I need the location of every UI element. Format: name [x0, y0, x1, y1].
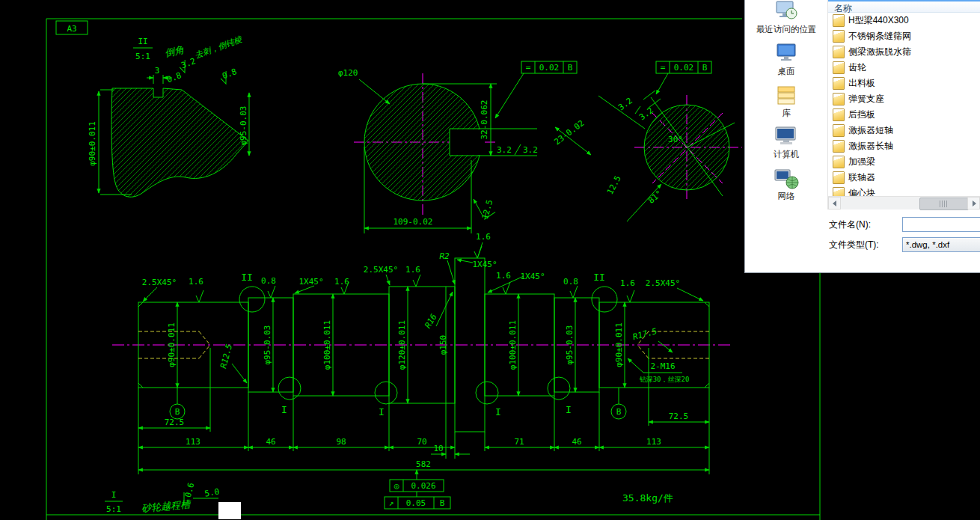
open-file-dialog: 最近访问的位置 桌面 库: [744, 0, 980, 273]
file-name: 激振器长轴: [848, 140, 893, 153]
dim-label: 46: [572, 437, 581, 447]
libraries-icon: [773, 85, 800, 107]
surface-roughness-label: 1.6: [496, 271, 511, 281]
diameter-label: φ120±0.011: [397, 320, 407, 370]
filetype-label: 文件类型(T):: [829, 239, 902, 251]
place-desktop[interactable]: 桌面: [745, 43, 827, 85]
filetype-value: *.dwg, *.dxf: [906, 240, 949, 249]
places-bar: 最近访问的位置 桌面 库: [745, 0, 827, 209]
file-list: 名称 H型梁440X300 不锈钢条缝筛网 侧梁激振脱水筛 齿轮 出料板 弹簧支…: [827, 0, 980, 209]
file-name: 激振器短轴: [848, 124, 893, 137]
file-item[interactable]: 弹簧支座: [828, 91, 980, 107]
dim-label: 10: [433, 444, 443, 453]
filetype-select[interactable]: *.dwg, *.dxf: [902, 237, 980, 252]
filename-input[interactable]: [902, 217, 980, 232]
place-recent[interactable]: 最近访问的位置: [745, 1, 827, 43]
place-network[interactable]: 网络: [745, 168, 827, 209]
diameter-label: φ95-0.03: [239, 106, 248, 146]
scrollbar-thumb[interactable]: [919, 198, 969, 210]
file-item[interactable]: H型梁440X300: [828, 13, 980, 28]
detail-scale: 5:1: [135, 52, 150, 61]
thread-label: 2-M16: [650, 361, 675, 371]
surface-roughness-label: 1.6: [334, 277, 349, 287]
datum-label: B: [616, 407, 622, 417]
dim-label: 113: [646, 437, 661, 447]
chamfer-label: 1X45°: [298, 277, 323, 287]
file-item[interactable]: 侧梁激振脱水筛: [828, 44, 980, 60]
file-item[interactable]: 激振器短轴: [828, 123, 980, 138]
file-item[interactable]: 后挡板: [828, 107, 980, 123]
column-header-name[interactable]: 名称: [828, 0, 980, 13]
gdt-datum: B: [440, 498, 445, 508]
dwg-file-icon: [833, 77, 845, 90]
gdt-symbol: ◎: [394, 481, 399, 491]
dim-label: 98: [336, 437, 346, 447]
dwg-file-icon: [833, 93, 845, 105]
diameter-label: φ90±0.011: [88, 121, 97, 166]
surface-roughness-label: 3.2: [523, 145, 538, 155]
dwg-file-icon: [833, 30, 845, 43]
diameter-label: φ150: [438, 335, 448, 355]
file-item[interactable]: 联轴器: [828, 170, 980, 186]
dim-label: 72.5: [669, 412, 689, 421]
place-label: 桌面: [778, 66, 795, 77]
file-item[interactable]: 齿轮: [828, 60, 980, 76]
gdt-symbol: =: [661, 63, 666, 73]
diameter-label: φ100±0.011: [508, 320, 518, 370]
dwg-file-icon: [833, 124, 845, 137]
file-item[interactable]: 激振器长轴: [828, 138, 980, 154]
diameter-label: φ95-0.03: [565, 325, 575, 365]
recent-places-icon: [773, 1, 800, 23]
surface-roughness-label: 1.6: [620, 278, 635, 288]
desktop-icon: [773, 43, 800, 65]
place-label: 库: [782, 108, 791, 119]
file-item[interactable]: 偏心块: [828, 186, 980, 197]
place-label: 计算机: [774, 149, 800, 160]
weight-note: 35.8kg/件: [622, 492, 673, 504]
dwg-file-icon: [833, 156, 845, 168]
angle-label: 30°: [668, 135, 683, 144]
file-name: H型梁440X300: [848, 14, 909, 27]
place-libraries[interactable]: 库: [745, 85, 827, 126]
place-computer[interactable]: 计算机: [745, 126, 827, 168]
radius-label: R2: [439, 251, 450, 261]
dim-label: 113: [186, 437, 200, 447]
scroll-left-button[interactable]: [828, 197, 841, 209]
place-label: 网络: [778, 191, 795, 202]
datum-label: B: [175, 407, 180, 417]
detail-callout-label: II: [593, 272, 605, 283]
surface-roughness-label: 1.6: [476, 232, 491, 242]
horizontal-scrollbar[interactable]: [828, 196, 980, 209]
file-name: 联轴器: [848, 171, 875, 184]
detail-callout-label: II: [241, 272, 253, 283]
gdt-datum: B: [702, 63, 708, 73]
dwg-file-icon: [833, 171, 845, 184]
gdt-datum: B: [568, 63, 573, 73]
place-label: 最近访问的位置: [756, 24, 817, 35]
detail-scale: 5:1: [106, 504, 121, 514]
dialog-bottom-bar: 文件名(N): 文件类型(T): *.dwg, *.dxf: [745, 209, 980, 253]
surface-roughness-label: 3.2: [497, 145, 512, 155]
file-name: 齿轮: [848, 61, 866, 74]
filename-label: 文件名(N):: [829, 218, 902, 231]
file-item[interactable]: 不锈钢条缝筛网: [828, 28, 980, 44]
file-item[interactable]: 出料板: [828, 76, 980, 91]
scroll-right-button[interactable]: [967, 197, 980, 209]
dim-label: 71: [514, 437, 524, 447]
sheet-size-label: A3: [67, 24, 76, 34]
dim-label: 109-0.02: [393, 217, 433, 227]
column-header-label: 名称: [834, 3, 852, 13]
diameter-label: φ90±0.011: [167, 322, 177, 367]
section-label: I: [379, 406, 385, 417]
file-item[interactable]: 加强梁: [828, 154, 980, 170]
dwg-file-icon: [833, 140, 845, 153]
gdt-symbol: =: [526, 63, 531, 73]
diameter-label: φ90±0.011: [614, 322, 624, 367]
file-name: 侧梁激振脱水筛: [848, 46, 911, 58]
file-name: 后挡板: [848, 108, 875, 121]
dwg-file-icon: [833, 14, 845, 27]
file-name: 弹簧支座: [848, 93, 884, 105]
file-name: 加强梁: [848, 156, 875, 168]
diameter-label: φ95-0.03: [263, 325, 272, 365]
file-rows: H型梁440X300 不锈钢条缝筛网 侧梁激振脱水筛 齿轮 出料板 弹簧支座 后…: [828, 13, 980, 197]
